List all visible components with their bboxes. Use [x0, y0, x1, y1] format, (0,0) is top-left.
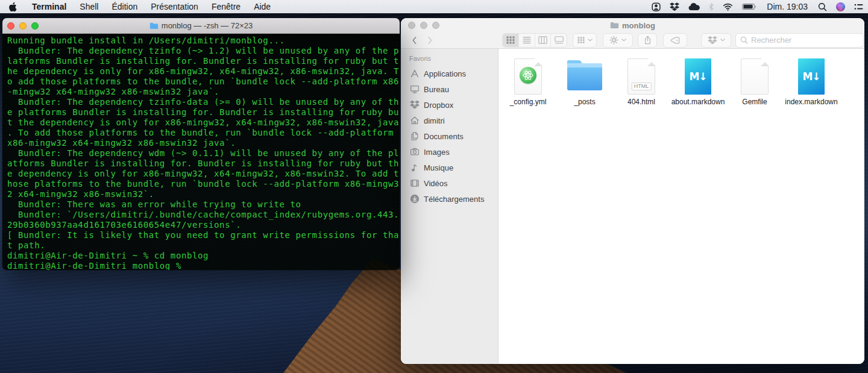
sidebar-item-applications[interactable]: Applications	[401, 66, 498, 81]
file-label: about.markdown	[671, 98, 725, 106]
file-label: _posts	[574, 98, 595, 106]
chevron-down-icon	[588, 39, 593, 42]
file-label: _config.yml	[510, 98, 547, 106]
search-input[interactable]	[751, 36, 859, 45]
file-about.markdown[interactable]: M↓about.markdown	[670, 55, 726, 118]
search-field[interactable]	[735, 33, 864, 48]
sidebar-item-dropbox[interactable]: Dropbox	[401, 97, 498, 113]
zoom-button[interactable]	[31, 22, 39, 30]
dropbox-icon[interactable]	[670, 2, 679, 11]
sidebar-item-vidéos[interactable]: Vidéos	[401, 175, 498, 191]
search-icon	[740, 36, 748, 44]
file-Gemfile[interactable]: Gemfile	[726, 55, 783, 118]
group-by-button[interactable]	[573, 33, 597, 48]
markdown-icon: M↓	[798, 58, 825, 95]
action-gear-button[interactable]	[603, 33, 633, 48]
cloud-icon[interactable]	[688, 3, 700, 11]
atom-icon	[520, 67, 536, 84]
spotlight-icon[interactable]	[818, 2, 827, 11]
menu-aide[interactable]: Aide	[254, 2, 271, 11]
column-view-button[interactable]	[535, 34, 551, 47]
siri-icon[interactable]	[836, 2, 845, 11]
applications-icon	[409, 69, 420, 79]
view-mode-switcher	[502, 33, 567, 48]
finder-file-grid[interactable]: _config.yml_postsHTML404.htmlM↓about.mar…	[498, 49, 864, 364]
minimize-button[interactable]	[19, 22, 27, 30]
device-icon[interactable]	[652, 2, 661, 11]
icon-view-button[interactable]	[503, 34, 518, 47]
sidebar-item-téléchargements[interactable]: Téléchargements	[401, 191, 498, 207]
app-menus: TerminalShellÉditionPrésentationFenêtreA…	[32, 2, 271, 11]
desktop: TerminalShellÉditionPrésentationFenêtreA…	[0, 0, 868, 373]
file-_posts[interactable]: _posts	[556, 55, 613, 118]
menu-fenêtre[interactable]: Fenêtre	[212, 2, 241, 11]
dropbox-icon	[708, 36, 717, 45]
sidebar-item-musique[interactable]: Musique	[401, 160, 498, 175]
documents-icon	[409, 131, 420, 142]
close-button[interactable]	[7, 22, 14, 30]
terminal-output[interactable]: Running bundle install in /Users/dimitri…	[2, 34, 400, 270]
gear-icon	[609, 36, 618, 45]
finder-toolbar	[401, 31, 864, 49]
downloads-icon	[409, 194, 420, 204]
finder-title: monblog	[401, 20, 864, 31]
back-button[interactable]	[407, 33, 421, 48]
list-view-button[interactable]	[518, 34, 535, 47]
share-icon	[644, 36, 652, 45]
terminal-title: monblog — -zsh — 72×23	[2, 21, 400, 30]
menu-bar: TerminalShellÉditionPrésentationFenêtreA…	[0, 0, 868, 13]
terminal-titlebar[interactable]: monblog — -zsh — 72×23	[2, 18, 400, 34]
chevron-down-icon	[720, 39, 725, 42]
menu-présentation[interactable]: Présentation	[151, 2, 198, 11]
file-label: index.markdown	[785, 98, 837, 106]
sidebar-item-bureau[interactable]: Bureau	[401, 81, 498, 97]
apple-menu-icon[interactable]	[8, 1, 17, 12]
home-icon	[409, 116, 420, 126]
bluetooth-icon[interactable]	[709, 3, 714, 11]
tag-button[interactable]	[663, 33, 687, 48]
html-document-icon: HTML	[627, 58, 655, 95]
document-icon	[741, 58, 769, 95]
menu-bar-status-area: Dim. 19:03	[652, 2, 863, 11]
file-_config.yml[interactable]: _config.yml	[500, 55, 556, 118]
file-label: 404.html	[627, 98, 655, 106]
film-icon	[409, 178, 420, 189]
dropbox-toolbar-button[interactable]	[701, 33, 731, 48]
gallery-view-button[interactable]	[550, 34, 567, 47]
sidebar-section-header: Favoris	[401, 55, 498, 62]
menu-terminal[interactable]: Terminal	[32, 2, 66, 11]
folder-icon	[567, 63, 602, 90]
menu-édition[interactable]: Édition	[112, 2, 137, 11]
finder-sidebar: Favoris ApplicationsBureauDropboxdimitri…	[401, 49, 498, 364]
menu-bar-clock[interactable]: Dim. 19:03	[766, 2, 809, 11]
battery-icon[interactable]	[742, 3, 756, 10]
file-index.markdown[interactable]: M↓index.markdown	[783, 55, 840, 118]
notification-center-icon[interactable]	[854, 3, 863, 11]
music-icon	[409, 163, 420, 173]
camera-icon	[409, 147, 420, 157]
folder-icon	[610, 22, 619, 29]
tag-icon	[670, 37, 680, 44]
finder-window: monblog	[401, 18, 864, 364]
sidebar-item-images[interactable]: Images	[401, 144, 498, 160]
sidebar-item-documents[interactable]: Documents	[401, 128, 498, 144]
desktop-icon	[409, 84, 420, 95]
markdown-icon: M↓	[685, 58, 711, 95]
terminal-window: monblog — -zsh — 72×23 Running bundle in…	[2, 18, 400, 270]
file-label: Gemfile	[742, 98, 767, 106]
menu-shell[interactable]: Shell	[80, 2, 98, 11]
yaml-document-icon	[514, 58, 542, 95]
chevron-down-icon	[621, 39, 626, 42]
forward-button[interactable]	[423, 33, 436, 48]
finder-body: Favoris ApplicationsBureauDropboxdimitri…	[401, 49, 864, 364]
terminal-traffic-lights	[7, 22, 39, 30]
folder-icon	[149, 22, 159, 30]
sidebar-item-dimitri[interactable]: dimitri	[401, 113, 498, 128]
share-button[interactable]	[638, 33, 657, 48]
finder-header[interactable]: monblog	[401, 18, 864, 49]
wifi-icon[interactable]	[723, 3, 733, 11]
file-404.html[interactable]: HTML404.html	[613, 55, 670, 118]
dropbox-icon	[409, 100, 420, 110]
